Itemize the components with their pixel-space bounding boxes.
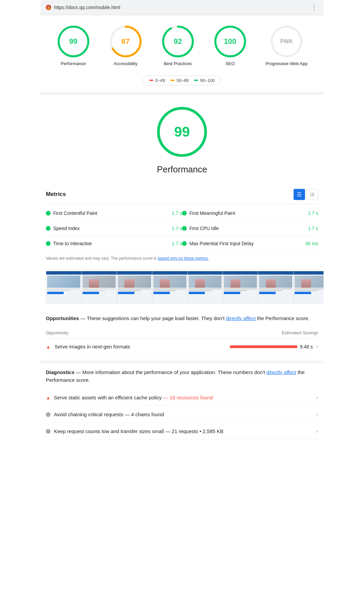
diag-label-1: Avoid chaining critical requests (54, 411, 123, 417)
metrics-grid: First Contentful Paint 1.7 s First Meani… (46, 206, 318, 251)
opportunities-intro-text: — These suggestions can help your page l… (81, 315, 226, 321)
metric-name-fcp: First Contentful Paint (53, 210, 169, 216)
lock-icon: 🔒 (46, 5, 51, 10)
filmstrip-frame-6 (223, 271, 258, 304)
accessibility-label: Accessibility (114, 61, 138, 67)
score-accessibility[interactable]: 67 Accessibility (109, 25, 143, 67)
seo-circle: 100 (213, 25, 247, 58)
metric-value-fid: 40 ms (305, 241, 318, 246)
diag-circle-icon-2 (46, 429, 51, 434)
toggle-list-button[interactable]: ☰ (294, 189, 305, 200)
diag-text-1: Avoid chaining critical requests — 4 cha… (54, 411, 313, 417)
score-pwa[interactable]: PWA Progressive Web App (266, 25, 308, 67)
diagnostics-intro: Diagnostics — More information about the… (46, 369, 318, 384)
score-performance[interactable]: 99 Performance (57, 25, 90, 67)
legend-dot-green (194, 80, 198, 81)
more-icon[interactable]: ⋮ (311, 3, 318, 11)
metric-dot-fid (182, 241, 187, 246)
metric-name-fid: Max Potential First Input Delay (189, 241, 303, 246)
opp-bar-0 (230, 345, 297, 348)
opp-col-opportunity: Opportunity (46, 330, 68, 335)
diagnostics-section: Diagnostics — More information about the… (40, 361, 324, 445)
metrics-note-text: Values are estimated and may vary. The p… (46, 256, 158, 261)
metric-value-fcp: 1.7 s (172, 210, 182, 216)
metric-value-si: 1.7 s (172, 226, 182, 231)
metric-value-fmp: 1.7 s (308, 210, 318, 216)
metric-dot-fcp (46, 211, 51, 216)
diagnostics-intro-bold: Diagnostics (46, 369, 74, 375)
filmstrip-frame-5 (188, 271, 223, 304)
opportunities-table-header: Opportunity Estimated Savings (46, 328, 318, 338)
diag-detail-2: — 21 requests • 2,585 KB (165, 428, 223, 434)
legend-dot-orange (171, 80, 175, 81)
opportunities-section: Opportunities — These suggestions can he… (40, 309, 324, 361)
accessibility-circle: 67 (109, 25, 143, 58)
opp-chevron-0: › (316, 343, 318, 350)
diag-detail-1: — 4 chains found (125, 411, 164, 417)
legend-label-orange: 50–89 (177, 78, 189, 83)
filmstrip-frame-1 (46, 271, 82, 304)
opportunities-intro-bold: Opportunities (46, 315, 79, 321)
diag-chevron-2: › (316, 428, 318, 435)
metrics-note: Values are estimated and may vary. The p… (46, 251, 318, 265)
seo-score: 100 (224, 37, 236, 46)
metric-speed-index: Speed Index 1.7 s (46, 221, 182, 236)
metric-name-fci: First CPU Idle (189, 226, 305, 231)
metric-max-fid: Max Potential First Input Delay 40 ms (182, 236, 318, 251)
metric-name-tti: Time to Interactive (53, 241, 169, 246)
best-practices-label: Best Practices (164, 61, 192, 67)
diag-detail-0: — 18 resources found (163, 395, 213, 400)
metric-dot-si (46, 226, 51, 231)
browser-bar: 🔒 https://docs.qq.com/mobile.html ⋮ (40, 0, 324, 15)
filmstrip-inner (46, 271, 324, 304)
best-practices-score: 92 (174, 37, 182, 46)
legend-dot-red (149, 80, 153, 81)
metric-value-fci: 1.7 s (308, 226, 318, 231)
seo-label: SEO (225, 61, 235, 67)
opportunity-name-0: Serve images in next-gen formats (55, 344, 226, 349)
metric-dot-fmp (182, 211, 187, 216)
legend-label-red: 0–49 (155, 78, 165, 83)
metric-first-cpu-idle: First CPU Idle 1.7 s (182, 221, 318, 236)
filmstrip (46, 271, 324, 304)
diag-row-1[interactable]: Avoid chaining critical requests — 4 cha… (46, 406, 318, 423)
opp-bar-container: 9.48 s (230, 344, 313, 349)
filmstrip-frame-3 (117, 271, 152, 304)
pwa-circle: PWA (270, 25, 303, 58)
diag-chevron-0: › (316, 394, 318, 401)
legend-item-green: 90–100 (194, 78, 215, 83)
diag-row-0[interactable]: ▲ Serve static assets with an efficient … (46, 389, 318, 406)
opp-col-savings: Estimated Savings (282, 330, 318, 335)
opportunities-intro-link[interactable]: directly affect (226, 315, 255, 321)
opp-savings-0: 9.48 s (300, 344, 313, 349)
diag-chevron-1: › (316, 411, 318, 418)
legend-label-green: 90–100 (200, 78, 215, 83)
metric-name-fmp: First Meaningful Paint (189, 210, 305, 216)
diag-row-2[interactable]: Keep request counts low and transfer siz… (46, 423, 318, 440)
metric-time-to-interactive: Time to Interactive 1.7 s (46, 236, 182, 251)
opportunity-row-0[interactable]: ▲ Serve images in next-gen formats 9.48 … (46, 338, 318, 355)
section-divider (40, 92, 324, 95)
toggle-grid-button[interactable]: ⊞ (306, 189, 318, 200)
metric-first-contentful-paint: First Contentful Paint 1.7 s (46, 206, 182, 221)
metrics-section: Metrics ☰ ⊞ First Contentful Paint 1.7 s… (40, 185, 324, 265)
filmstrip-frame-2 (82, 271, 117, 304)
filmstrip-frame-8 (294, 271, 324, 304)
diag-label-2: Keep request counts low and transfer siz… (54, 428, 164, 434)
metrics-note-link[interactable]: based only on these metrics (158, 256, 208, 261)
filmstrip-frame-4 (152, 271, 188, 304)
score-best-practices[interactable]: 92 Best Practices (161, 25, 195, 67)
diag-text-2: Keep request counts low and transfer siz… (54, 428, 313, 434)
pwa-label: Progressive Web App (266, 61, 308, 67)
metric-first-meaningful-paint: First Meaningful Paint 1.7 s (182, 206, 318, 221)
diagnostics-intro-link[interactable]: directly affect (267, 369, 296, 375)
main-performance-circle: 99 (155, 105, 209, 159)
legend: 0–49 50–89 90–100 (40, 72, 324, 92)
diag-text-0: Serve static assets with an efficient ca… (54, 395, 313, 400)
performance-label: Performance (61, 61, 86, 67)
metric-value-tti: 1.7 s (172, 241, 182, 246)
diag-label-0: Serve static assets with an efficient ca… (54, 395, 162, 400)
pwa-score: PWA (280, 38, 293, 45)
browser-url: https://docs.qq.com/mobile.html (54, 5, 120, 10)
score-seo[interactable]: 100 SEO (213, 25, 247, 67)
